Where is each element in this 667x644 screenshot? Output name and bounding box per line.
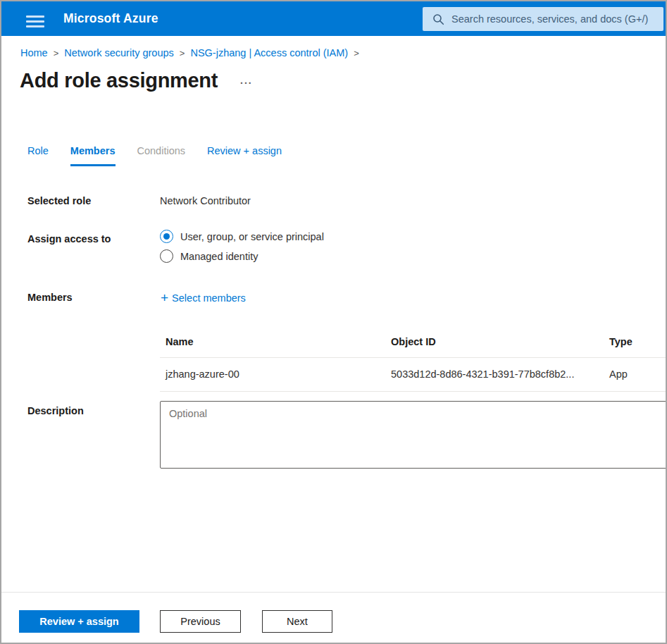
member-object-id-cell: 5033d12d-8d86-4321-b391-77b8cf8b2... bbox=[385, 358, 604, 392]
select-members-link[interactable]: +Select members bbox=[161, 290, 246, 306]
column-header-object-id: Object ID bbox=[385, 327, 604, 358]
description-label: Description bbox=[27, 405, 84, 416]
more-actions-ellipsis-icon[interactable]: ... bbox=[240, 75, 253, 86]
brand-title[interactable]: Microsoft Azure bbox=[63, 11, 158, 26]
tab-role[interactable]: Role bbox=[27, 145, 49, 166]
tab-bar: Role Members Conditions Review + assign bbox=[27, 145, 282, 166]
table-row[interactable]: jzhang-azure-00 5033d12d-8d86-4321-b391-… bbox=[160, 358, 667, 392]
radio-user-group-service-principal[interactable]: User, group, or service principal bbox=[160, 230, 324, 243]
breadcrumb-separator: > bbox=[180, 48, 185, 58]
description-textarea[interactable] bbox=[160, 401, 667, 469]
review-assign-button[interactable]: Review + assign bbox=[19, 610, 139, 633]
member-name-cell: jzhang-azure-00 bbox=[160, 358, 385, 392]
assign-access-radio-group: User, group, or service principal Manage… bbox=[160, 230, 324, 269]
previous-button[interactable]: Previous bbox=[160, 610, 241, 633]
radio-unselected-icon bbox=[160, 249, 173, 263]
breadcrumb-separator: > bbox=[354, 48, 359, 58]
search-icon bbox=[432, 13, 444, 25]
top-bar: Microsoft Azure bbox=[1, 1, 666, 36]
table-header-row: Name Object ID Type bbox=[160, 327, 667, 358]
members-label: Members bbox=[27, 292, 73, 303]
hamburger-icon bbox=[26, 16, 44, 27]
selected-role-label: Selected role bbox=[27, 195, 91, 206]
menu-button[interactable] bbox=[25, 11, 46, 32]
global-search[interactable] bbox=[423, 7, 663, 31]
tab-review-assign[interactable]: Review + assign bbox=[207, 145, 282, 166]
page-title: Add role assignment bbox=[20, 69, 218, 92]
column-header-name: Name bbox=[160, 327, 385, 358]
select-members-label: Select members bbox=[172, 292, 246, 304]
breadcrumb: Home>Network security groups>NSG-jzhang … bbox=[20, 47, 365, 58]
selected-role-value: Network Contributor bbox=[160, 195, 251, 206]
search-input[interactable] bbox=[451, 13, 659, 25]
column-header-type: Type bbox=[604, 327, 667, 358]
breadcrumb-home[interactable]: Home bbox=[20, 47, 48, 58]
plus-icon: + bbox=[161, 290, 168, 305]
footer-divider bbox=[1, 592, 666, 593]
radio-managed-identity[interactable]: Managed identity bbox=[160, 249, 324, 263]
breadcrumb-network-security-groups[interactable]: Network security groups bbox=[64, 47, 174, 58]
radio-label: Managed identity bbox=[180, 251, 258, 262]
breadcrumb-separator: > bbox=[54, 48, 59, 58]
assign-access-to-label: Assign access to bbox=[27, 233, 111, 244]
radio-dot bbox=[163, 233, 170, 240]
members-table: Name Object ID Type jzhang-azure-00 5033… bbox=[160, 327, 667, 392]
breadcrumb-nsg-access-control[interactable]: NSG-jzhang | Access control (IAM) bbox=[190, 47, 348, 58]
tab-conditions[interactable]: Conditions bbox=[137, 145, 186, 166]
radio-selected-icon bbox=[160, 230, 173, 243]
radio-label: User, group, or service principal bbox=[180, 231, 324, 242]
next-button[interactable]: Next bbox=[262, 610, 332, 633]
tab-members[interactable]: Members bbox=[70, 145, 116, 166]
azure-portal-window: Microsoft Azure Home>Network security gr… bbox=[0, 0, 667, 644]
member-type-cell: App bbox=[604, 358, 667, 392]
